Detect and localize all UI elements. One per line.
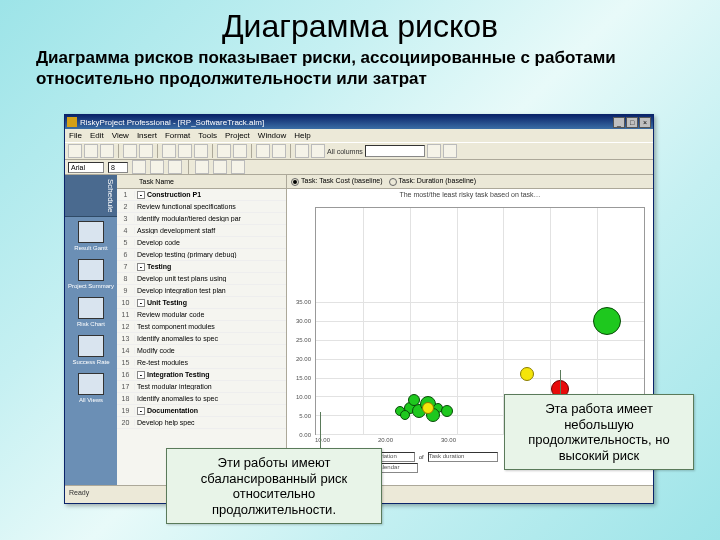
- y-axis: 0.005.0010.0015.0020.0025.0030.0035.00: [287, 207, 313, 435]
- table-row[interactable]: 18Identify anomalies to spec: [117, 393, 286, 405]
- nav-tab-schedule[interactable]: Schedule: [65, 175, 117, 217]
- nav-project-summary[interactable]: Project Summary: [65, 255, 117, 293]
- menu-help[interactable]: Help: [294, 131, 310, 140]
- size-select[interactable]: 8: [108, 162, 128, 173]
- font-select[interactable]: Arial: [68, 162, 104, 173]
- table-row[interactable]: 5Develop code: [117, 237, 286, 249]
- preview-icon[interactable]: [139, 144, 153, 158]
- window-title: RiskyProject Professional - [RP_Software…: [80, 118, 264, 127]
- table-row[interactable]: 15Re-test modules: [117, 357, 286, 369]
- table-row[interactable]: 19-Documentation: [117, 405, 286, 417]
- radio-cost[interactable]: [291, 178, 299, 186]
- nav-risk-chart[interactable]: Risk Chart: [65, 293, 117, 331]
- new-icon[interactable]: [68, 144, 82, 158]
- search-label: All columns: [327, 148, 363, 155]
- table-row[interactable]: 1-Construction P1: [117, 189, 286, 201]
- calc-icon[interactable]: [295, 144, 309, 158]
- maximize-button[interactable]: □: [626, 117, 638, 128]
- minimize-button[interactable]: _: [613, 117, 625, 128]
- find-icon[interactable]: [427, 144, 441, 158]
- align-left-icon[interactable]: [195, 160, 209, 174]
- table-row[interactable]: 3Identify modular/tiered design par: [117, 213, 286, 225]
- table-row[interactable]: 16-Integration Testing: [117, 369, 286, 381]
- task-grid-pane: Task Name 1-Construction P12Review funct…: [117, 175, 287, 485]
- menu-tools[interactable]: Tools: [198, 131, 217, 140]
- table-row[interactable]: 12Test component modules: [117, 321, 286, 333]
- data-bubble[interactable]: [593, 307, 621, 335]
- print-icon[interactable]: [123, 144, 137, 158]
- table-row[interactable]: 10-Unit Testing: [117, 297, 286, 309]
- copy-icon[interactable]: [178, 144, 192, 158]
- menu-insert[interactable]: Insert: [137, 131, 157, 140]
- chart-title: The most/the least risky task based on t…: [287, 189, 653, 201]
- nav-all-views[interactable]: All Views: [65, 369, 117, 407]
- table-row[interactable]: 2Review functional specifications: [117, 201, 286, 213]
- save-icon[interactable]: [100, 144, 114, 158]
- menu-file[interactable]: File: [69, 131, 82, 140]
- table-row[interactable]: 11Review modular code: [117, 309, 286, 321]
- close-button[interactable]: ×: [639, 117, 651, 128]
- undo-icon[interactable]: [217, 144, 231, 158]
- align-center-icon[interactable]: [213, 160, 227, 174]
- toolbar-format: Arial 8: [65, 160, 653, 175]
- callout-connector: [320, 412, 321, 452]
- search-input[interactable]: [365, 145, 425, 157]
- redo-icon[interactable]: [233, 144, 247, 158]
- grid-body: 1-Construction P12Review functional spec…: [117, 189, 286, 485]
- menu-view[interactable]: View: [112, 131, 129, 140]
- nav-success-rate[interactable]: Success Rate: [65, 331, 117, 369]
- table-row[interactable]: 13Identify anomalies to spec: [117, 333, 286, 345]
- grid-header: Task Name: [117, 175, 286, 189]
- table-row[interactable]: 14Modify code: [117, 345, 286, 357]
- callout-right: Эта работа имеет небольшую продолжительн…: [504, 394, 694, 470]
- app-icon: [67, 117, 77, 127]
- nav-result-gantt[interactable]: Result Gantt: [65, 217, 117, 255]
- align-right-icon[interactable]: [231, 160, 245, 174]
- chart-options: Task: Task Cost (baseline) Task: Duratio…: [287, 175, 653, 189]
- help-icon[interactable]: [443, 144, 457, 158]
- slide-subtitle: Диаграмма рисков показывает риски, ассоц…: [0, 47, 720, 96]
- nav-sidebar: Schedule Result Gantt Project Summary Ri…: [65, 175, 117, 485]
- menubar: File Edit View Insert Format Tools Proje…: [65, 129, 653, 142]
- table-row[interactable]: 7-Testing: [117, 261, 286, 273]
- toolbar-main: All columns: [65, 142, 653, 160]
- table-row[interactable]: 4Assign development staff: [117, 225, 286, 237]
- of-select[interactable]: Task duration: [428, 452, 498, 462]
- col-taskname[interactable]: Task Name: [135, 178, 286, 185]
- table-row[interactable]: 6Develop testing (primary debug): [117, 249, 286, 261]
- cut-icon[interactable]: [162, 144, 176, 158]
- link-icon[interactable]: [256, 144, 270, 158]
- slide-title: Диаграмма рисков: [0, 0, 720, 47]
- menu-format[interactable]: Format: [165, 131, 190, 140]
- titlebar[interactable]: RiskyProject Professional - [RP_Software…: [65, 115, 653, 129]
- bold-icon[interactable]: [132, 160, 146, 174]
- underline-icon[interactable]: [168, 160, 182, 174]
- callout-left: Эти работы имеют сбалансированный риск о…: [166, 448, 382, 524]
- info-icon[interactable]: [311, 144, 325, 158]
- menu-project[interactable]: Project: [225, 131, 250, 140]
- table-row[interactable]: 17Test modular integration: [117, 381, 286, 393]
- paste-icon[interactable]: [194, 144, 208, 158]
- table-row[interactable]: 20Develop help spec: [117, 417, 286, 429]
- menu-edit[interactable]: Edit: [90, 131, 104, 140]
- data-bubble[interactable]: [520, 367, 534, 381]
- table-row[interactable]: 8Develop unit test plans using: [117, 273, 286, 285]
- menu-window[interactable]: Window: [258, 131, 286, 140]
- unlink-icon[interactable]: [272, 144, 286, 158]
- radio-duration[interactable]: [389, 178, 397, 186]
- open-icon[interactable]: [84, 144, 98, 158]
- italic-icon[interactable]: [150, 160, 164, 174]
- data-bubble[interactable]: [400, 410, 410, 420]
- table-row[interactable]: 9Develop integration test plan: [117, 285, 286, 297]
